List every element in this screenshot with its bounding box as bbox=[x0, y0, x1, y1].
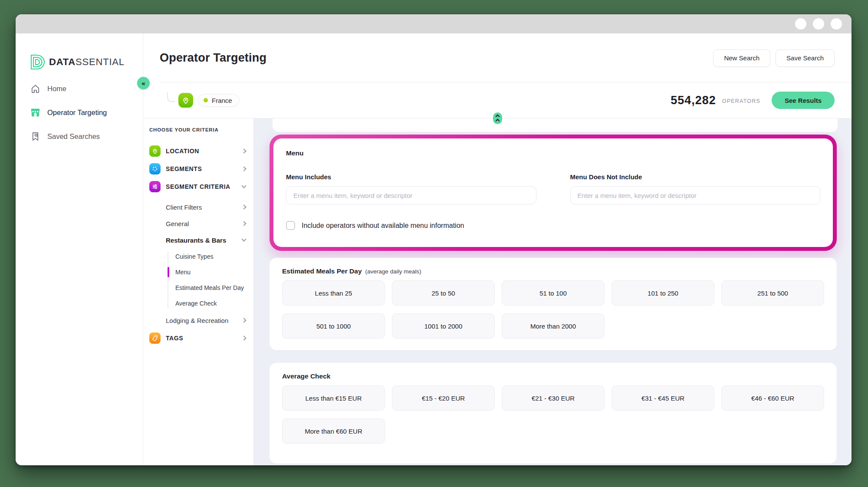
lime-dot-icon bbox=[204, 98, 208, 102]
previous-section-card-partial bbox=[273, 118, 838, 132]
menu-panel-title: Menu bbox=[286, 149, 820, 157]
chevron-up-icon bbox=[496, 119, 500, 123]
sidebar-item-label: Operator Targeting bbox=[47, 109, 107, 117]
estimated-meals-panel: Estimated Meals Per Day (average daily m… bbox=[270, 258, 837, 350]
average-check-options-grid: Less than €15 EUR€15 - €20 EUR€21 - €30 … bbox=[282, 385, 824, 444]
chevron-right-icon bbox=[241, 148, 246, 153]
criteria-leaf-menu[interactable]: Menu bbox=[168, 267, 246, 277]
menu-excludes-input[interactable] bbox=[570, 186, 821, 204]
chevron-double-left-icon: « bbox=[141, 79, 145, 87]
criteria-panels-scroll-area[interactable]: Menu Menu Includes Menu Does Not Include bbox=[254, 118, 852, 465]
location-pin-icon bbox=[181, 96, 190, 105]
panel-subtitle-text: (average daily meals) bbox=[364, 268, 421, 275]
criteria-item-tags[interactable]: TAGS bbox=[149, 332, 246, 344]
home-icon bbox=[30, 84, 40, 94]
results-summary: 554,282 OPERATORS See Results bbox=[671, 92, 835, 109]
chevron-right-icon bbox=[241, 204, 246, 209]
average-check-option-button[interactable]: €15 - €20 EUR bbox=[392, 385, 495, 411]
menu-includes-label: Menu Includes bbox=[286, 173, 536, 181]
average-check-option-button[interactable]: More than €60 EUR bbox=[282, 418, 385, 444]
criteria-item-location[interactable]: LOCATION bbox=[149, 145, 246, 157]
checkbox-label: Include operators without available menu… bbox=[302, 222, 464, 230]
meals-option-button[interactable]: 251 to 500 bbox=[721, 280, 824, 306]
meals-option-button[interactable]: Less than 25 bbox=[282, 280, 385, 306]
criteria-sub-item-restaurants-bars[interactable]: Restaurants & Bars bbox=[166, 235, 246, 245]
include-without-menu-checkbox-row[interactable]: Include operators without available menu… bbox=[286, 221, 820, 230]
page-header: Operator Targeting New Search Save Searc… bbox=[143, 33, 852, 82]
average-check-option-button[interactable]: €46 - €60 EUR bbox=[721, 385, 824, 411]
meals-option-button[interactable]: 25 to 50 bbox=[392, 280, 495, 306]
window-control-button[interactable] bbox=[813, 18, 824, 30]
desktop-background: DATASSENTIAL Home bbox=[0, 0, 868, 487]
chevron-right-icon bbox=[241, 166, 246, 171]
selected-criteria-breadcrumb: France bbox=[167, 93, 240, 108]
scroll-to-top-button[interactable] bbox=[493, 112, 502, 124]
window-titlebar bbox=[16, 14, 852, 33]
menu-fields-grid: Menu Includes Menu Does Not Include bbox=[286, 173, 820, 204]
criteria-sub-item-lodging-recreation[interactable]: Lodging & Recreation bbox=[166, 315, 246, 326]
main-area: Operator Targeting New Search Save Searc… bbox=[143, 33, 852, 465]
chevron-right-icon bbox=[241, 336, 246, 340]
sidebar-item-home[interactable]: Home bbox=[30, 82, 143, 95]
tag-icon bbox=[149, 332, 161, 344]
average-check-option-button[interactable]: €31 - €45 EUR bbox=[612, 385, 714, 411]
criteria-sub-item-label: Lodging & Recreation bbox=[166, 317, 242, 324]
meals-option-button[interactable]: More than 2000 bbox=[502, 313, 605, 339]
criteria-leaf-average-check[interactable]: Average Check bbox=[168, 299, 246, 308]
see-results-button[interactable]: See Results bbox=[772, 92, 835, 109]
sidebar-item-saved-searches[interactable]: Saved Searches bbox=[30, 130, 143, 143]
criteria-sub-item-label: Client Filters bbox=[166, 204, 242, 211]
average-check-title: Average Check bbox=[282, 372, 824, 380]
meals-option-button[interactable]: 101 to 250 bbox=[612, 280, 714, 306]
criteria-item-segment-criteria[interactable]: SEGMENT CRITERIA bbox=[149, 181, 246, 192]
checkbox-unchecked[interactable] bbox=[286, 221, 295, 230]
new-search-button[interactable]: New Search bbox=[713, 49, 770, 67]
window-controls bbox=[795, 18, 842, 30]
page-title: Operator Targeting bbox=[160, 51, 266, 65]
criteria-sub-item-label: General bbox=[166, 220, 242, 227]
save-search-button[interactable]: Save Search bbox=[776, 49, 835, 67]
bookmark-search-icon bbox=[30, 132, 40, 141]
sidebar-item-label: Saved Searches bbox=[47, 132, 100, 141]
criteria-item-label: TAGS bbox=[166, 335, 242, 342]
storefront-icon bbox=[30, 108, 40, 118]
criteria-item-label: LOCATION bbox=[166, 148, 242, 155]
segments-icon bbox=[149, 163, 161, 174]
content-row: CHOOSE YOUR CRITERIA LOCATION bbox=[143, 118, 852, 465]
connector-elbow bbox=[167, 92, 175, 102]
criteria-leaf-estimated-meals[interactable]: Estimated Meals Per Day bbox=[168, 283, 246, 293]
brand-logo-icon bbox=[30, 54, 45, 70]
average-check-option-button[interactable]: Less than €15 EUR bbox=[282, 385, 385, 411]
menu-panel-highlighted: Menu Menu Includes Menu Does Not Include bbox=[270, 135, 837, 251]
criteria-item-segments[interactable]: SEGMENTS bbox=[149, 163, 246, 174]
location-criteria-badge[interactable] bbox=[178, 93, 193, 108]
average-check-panel: Average Check Less than €15 EUR€15 - €20… bbox=[270, 363, 837, 464]
app-window: DATASSENTIAL Home bbox=[16, 14, 852, 465]
location-chip-france[interactable]: France bbox=[198, 94, 240, 107]
sidebar-item-operator-targeting[interactable]: Operator Targeting bbox=[30, 106, 143, 119]
average-check-option-button[interactable]: €21 - €30 EUR bbox=[502, 385, 605, 411]
meals-option-button[interactable]: 501 to 1000 bbox=[282, 313, 385, 339]
brand-logo-text: DATASSENTIAL bbox=[49, 56, 125, 68]
panel-title-text: Estimated Meals Per Day bbox=[282, 267, 362, 275]
menu-excludes-field-group: Menu Does Not Include bbox=[570, 173, 821, 204]
criteria-leaf-cuisine-types[interactable]: Cuisine Types bbox=[168, 252, 246, 261]
chevron-down-icon bbox=[241, 237, 246, 241]
criteria-heading: CHOOSE YOUR CRITERIA bbox=[149, 127, 246, 132]
menu-panel-body: Menu Menu Includes Menu Does Not Include bbox=[273, 138, 833, 247]
criteria-sub-item-label: Restaurants & Bars bbox=[166, 237, 242, 244]
menu-excludes-label: Menu Does Not Include bbox=[570, 173, 821, 181]
estimated-meals-title: Estimated Meals Per Day (average daily m… bbox=[282, 267, 824, 275]
criteria-sub-item-client-filters[interactable]: Client Filters bbox=[166, 202, 246, 212]
meals-option-button[interactable]: 1001 to 2000 bbox=[392, 313, 495, 339]
window-control-button[interactable] bbox=[831, 18, 842, 30]
sidebar-item-label: Home bbox=[47, 85, 66, 93]
menu-includes-field-group: Menu Includes bbox=[286, 173, 536, 204]
sidebar-collapse-button[interactable]: « bbox=[137, 77, 150, 89]
criteria-sub-item-general[interactable]: General bbox=[166, 218, 246, 229]
meals-option-button[interactable]: 51 to 100 bbox=[502, 280, 605, 306]
chevron-up-icon bbox=[496, 115, 500, 119]
window-control-button[interactable] bbox=[795, 18, 806, 30]
criteria-item-label: SEGMENTS bbox=[166, 165, 242, 172]
menu-includes-input[interactable] bbox=[286, 186, 536, 204]
